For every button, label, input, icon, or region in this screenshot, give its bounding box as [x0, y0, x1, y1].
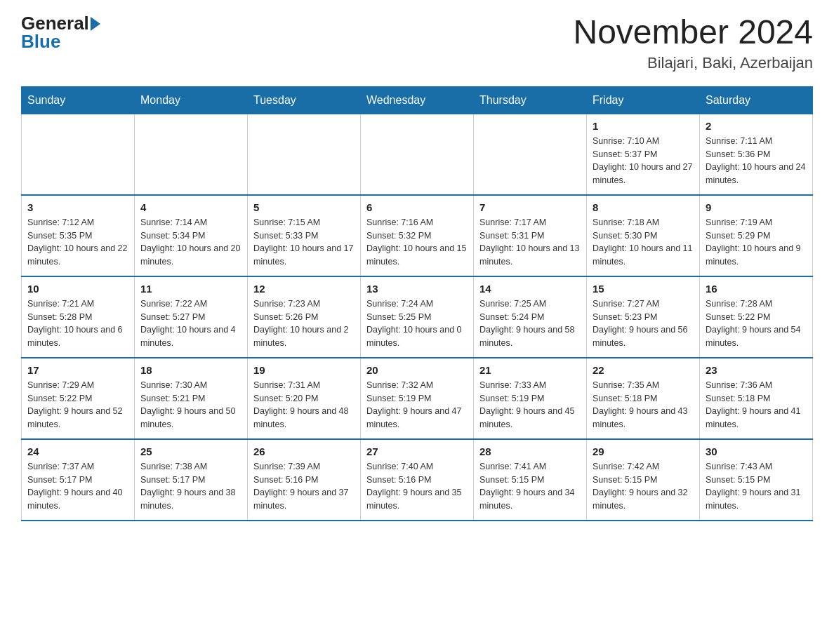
day-info: Sunrise: 7:36 AMSunset: 5:18 PMDaylight:…	[706, 379, 807, 431]
calendar-cell: 18Sunrise: 7:30 AMSunset: 5:21 PMDayligh…	[135, 358, 248, 439]
day-info: Sunrise: 7:29 AMSunset: 5:22 PMDaylight:…	[27, 379, 128, 431]
calendar-cell: 21Sunrise: 7:33 AMSunset: 5:19 PMDayligh…	[474, 358, 587, 439]
day-info: Sunrise: 7:10 AMSunset: 5:37 PMDaylight:…	[593, 135, 694, 187]
day-number: 30	[706, 445, 807, 457]
weekday-header-thursday: Thursday	[474, 86, 587, 114]
logo-arrow-icon	[91, 17, 100, 31]
calendar-cell: 6Sunrise: 7:16 AMSunset: 5:32 PMDaylight…	[361, 195, 474, 276]
day-info: Sunrise: 7:11 AMSunset: 5:36 PMDaylight:…	[706, 135, 807, 187]
day-info: Sunrise: 7:25 AMSunset: 5:24 PMDaylight:…	[479, 297, 581, 350]
weekday-header-sunday: Sunday	[22, 86, 135, 114]
day-number: 13	[366, 283, 468, 295]
day-info: Sunrise: 7:30 AMSunset: 5:21 PMDaylight:…	[140, 379, 241, 431]
day-number: 24	[27, 445, 128, 457]
calendar-cell: 13Sunrise: 7:24 AMSunset: 5:25 PMDayligh…	[361, 276, 474, 358]
day-info: Sunrise: 7:35 AMSunset: 5:18 PMDaylight:…	[593, 379, 694, 431]
day-number: 28	[479, 445, 581, 457]
day-info: Sunrise: 7:40 AMSunset: 5:16 PMDaylight:…	[366, 460, 468, 513]
calendar-cell	[474, 114, 587, 195]
calendar-cell	[135, 114, 248, 195]
day-info: Sunrise: 7:41 AMSunset: 5:15 PMDaylight:…	[479, 460, 581, 513]
calendar-cell: 28Sunrise: 7:41 AMSunset: 5:15 PMDayligh…	[474, 439, 587, 521]
day-number: 6	[366, 201, 468, 213]
day-info: Sunrise: 7:15 AMSunset: 5:33 PMDaylight:…	[253, 216, 355, 269]
day-number: 10	[27, 283, 128, 295]
day-info: Sunrise: 7:27 AMSunset: 5:23 PMDaylight:…	[593, 297, 694, 350]
calendar-body: 1Sunrise: 7:10 AMSunset: 5:37 PMDaylight…	[22, 114, 813, 521]
day-info: Sunrise: 7:24 AMSunset: 5:25 PMDaylight:…	[366, 297, 468, 350]
calendar-table: SundayMondayTuesdayWednesdayThursdayFrid…	[21, 86, 813, 521]
calendar-cell: 24Sunrise: 7:37 AMSunset: 5:17 PMDayligh…	[22, 439, 135, 521]
day-number: 11	[140, 283, 241, 295]
day-info: Sunrise: 7:21 AMSunset: 5:28 PMDaylight:…	[27, 297, 128, 350]
weekday-header-row: SundayMondayTuesdayWednesdayThursdayFrid…	[22, 86, 813, 114]
calendar-cell: 27Sunrise: 7:40 AMSunset: 5:16 PMDayligh…	[361, 439, 474, 521]
day-number: 8	[593, 201, 694, 213]
calendar-week-row: 1Sunrise: 7:10 AMSunset: 5:37 PMDaylight…	[22, 114, 813, 195]
calendar-cell: 19Sunrise: 7:31 AMSunset: 5:20 PMDayligh…	[248, 358, 361, 439]
day-info: Sunrise: 7:32 AMSunset: 5:19 PMDaylight:…	[366, 379, 468, 431]
day-number: 26	[253, 445, 355, 457]
day-info: Sunrise: 7:31 AMSunset: 5:20 PMDaylight:…	[253, 379, 355, 431]
calendar-cell: 4Sunrise: 7:14 AMSunset: 5:34 PMDaylight…	[135, 195, 248, 276]
calendar-cell: 7Sunrise: 7:17 AMSunset: 5:31 PMDaylight…	[474, 195, 587, 276]
calendar-week-row: 10Sunrise: 7:21 AMSunset: 5:28 PMDayligh…	[22, 276, 813, 358]
day-info: Sunrise: 7:37 AMSunset: 5:17 PMDaylight:…	[27, 460, 128, 513]
day-info: Sunrise: 7:38 AMSunset: 5:17 PMDaylight:…	[140, 460, 241, 513]
day-number: 15	[593, 283, 694, 295]
weekday-header-tuesday: Tuesday	[248, 86, 361, 114]
calendar-cell: 12Sunrise: 7:23 AMSunset: 5:26 PMDayligh…	[248, 276, 361, 358]
day-number: 7	[479, 201, 581, 213]
calendar-cell: 22Sunrise: 7:35 AMSunset: 5:18 PMDayligh…	[587, 358, 700, 439]
day-info: Sunrise: 7:17 AMSunset: 5:31 PMDaylight:…	[479, 216, 581, 269]
calendar-cell: 25Sunrise: 7:38 AMSunset: 5:17 PMDayligh…	[135, 439, 248, 521]
calendar-cell: 2Sunrise: 7:11 AMSunset: 5:36 PMDaylight…	[700, 114, 813, 195]
day-info: Sunrise: 7:42 AMSunset: 5:15 PMDaylight:…	[593, 460, 694, 513]
calendar-cell: 1Sunrise: 7:10 AMSunset: 5:37 PMDaylight…	[587, 114, 700, 195]
day-number: 23	[706, 364, 807, 376]
calendar-week-row: 24Sunrise: 7:37 AMSunset: 5:17 PMDayligh…	[22, 439, 813, 521]
calendar-week-row: 3Sunrise: 7:12 AMSunset: 5:35 PMDaylight…	[22, 195, 813, 276]
day-number: 4	[140, 201, 241, 213]
page-header: General Blue November 2024 Bilajari, Bak…	[21, 14, 813, 72]
calendar-cell: 20Sunrise: 7:32 AMSunset: 5:19 PMDayligh…	[361, 358, 474, 439]
weekday-header-wednesday: Wednesday	[361, 86, 474, 114]
day-info: Sunrise: 7:23 AMSunset: 5:26 PMDaylight:…	[253, 297, 355, 350]
calendar-cell: 10Sunrise: 7:21 AMSunset: 5:28 PMDayligh…	[22, 276, 135, 358]
day-number: 20	[366, 364, 468, 376]
day-info: Sunrise: 7:16 AMSunset: 5:32 PMDaylight:…	[366, 216, 468, 269]
calendar-cell: 29Sunrise: 7:42 AMSunset: 5:15 PMDayligh…	[587, 439, 700, 521]
logo-general-text: General	[21, 14, 100, 32]
calendar-week-row: 17Sunrise: 7:29 AMSunset: 5:22 PMDayligh…	[22, 358, 813, 439]
day-number: 16	[706, 283, 807, 295]
day-number: 5	[253, 201, 355, 213]
day-number: 29	[593, 445, 694, 457]
day-number: 17	[27, 364, 128, 376]
calendar-cell: 30Sunrise: 7:43 AMSunset: 5:15 PMDayligh…	[700, 439, 813, 521]
calendar-cell: 16Sunrise: 7:28 AMSunset: 5:22 PMDayligh…	[700, 276, 813, 358]
day-number: 12	[253, 283, 355, 295]
calendar-cell: 14Sunrise: 7:25 AMSunset: 5:24 PMDayligh…	[474, 276, 587, 358]
day-number: 1	[593, 120, 694, 132]
calendar-cell: 8Sunrise: 7:18 AMSunset: 5:30 PMDaylight…	[587, 195, 700, 276]
day-number: 27	[366, 445, 468, 457]
day-info: Sunrise: 7:33 AMSunset: 5:19 PMDaylight:…	[479, 379, 581, 431]
day-number: 2	[706, 120, 807, 132]
day-number: 25	[140, 445, 241, 457]
calendar-cell: 3Sunrise: 7:12 AMSunset: 5:35 PMDaylight…	[22, 195, 135, 276]
calendar-cell	[22, 114, 135, 195]
logo-blue-text: Blue	[21, 32, 60, 51]
day-number: 18	[140, 364, 241, 376]
day-number: 9	[706, 201, 807, 213]
weekday-header-friday: Friday	[587, 86, 700, 114]
weekday-header-saturday: Saturday	[700, 86, 813, 114]
day-info: Sunrise: 7:19 AMSunset: 5:29 PMDaylight:…	[706, 216, 807, 269]
day-number: 22	[593, 364, 694, 376]
calendar-cell: 11Sunrise: 7:22 AMSunset: 5:27 PMDayligh…	[135, 276, 248, 358]
day-info: Sunrise: 7:39 AMSunset: 5:16 PMDaylight:…	[253, 460, 355, 513]
day-number: 14	[479, 283, 581, 295]
weekday-header-monday: Monday	[135, 86, 248, 114]
day-info: Sunrise: 7:43 AMSunset: 5:15 PMDaylight:…	[706, 460, 807, 513]
day-info: Sunrise: 7:12 AMSunset: 5:35 PMDaylight:…	[27, 216, 128, 269]
calendar-cell: 26Sunrise: 7:39 AMSunset: 5:16 PMDayligh…	[248, 439, 361, 521]
